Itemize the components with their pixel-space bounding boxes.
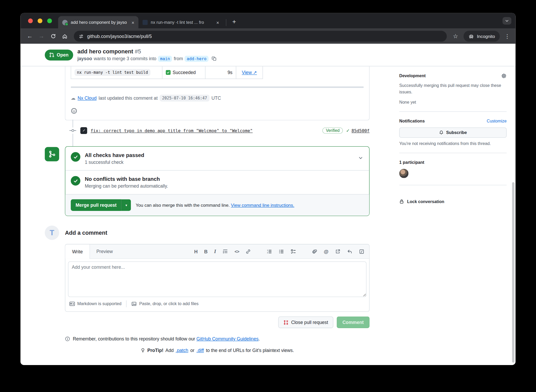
commit-check-icon: ✓ [346, 128, 350, 133]
close-window-button[interactable] [28, 19, 33, 23]
checks-passed-section[interactable]: All checks have passed 1 successful chec… [65, 147, 369, 170]
subscribe-button[interactable]: Subscribe [399, 127, 507, 138]
pr-subtitle-text: wants to merge 3 commits into [94, 56, 156, 61]
page-scrollbar[interactable] [512, 182, 515, 363]
base-branch-chip[interactable]: main [158, 55, 172, 62]
bold-icon[interactable]: B [204, 249, 208, 254]
guidelines-link[interactable]: GitHub Community Guidelines [197, 336, 259, 341]
tab-title: add hero component by jayso [71, 20, 128, 25]
check-status-cell: Succeeded [162, 66, 205, 79]
reload-button[interactable] [48, 31, 58, 41]
attach-file-icon[interactable] [312, 249, 317, 254]
code-icon[interactable]: <> [234, 249, 239, 254]
patch-link[interactable]: .patch [176, 348, 188, 353]
bookmark-star-icon[interactable]: ☆ [453, 33, 458, 40]
close-tab-icon[interactable]: × [216, 20, 220, 25]
commit-row: fix: correct typo in demo app title from… [45, 127, 370, 134]
nx-favicon [143, 20, 148, 25]
cmdline-link[interactable]: View command line instructions. [231, 203, 294, 208]
site-info-icon[interactable] [79, 34, 84, 39]
external-link-icon: ↗ [253, 70, 257, 75]
add-comment-header: T Add a comment [45, 226, 370, 240]
browser-menu-icon[interactable]: ⋮ [505, 33, 510, 40]
participants-section: 1 participant [399, 153, 507, 185]
slash-command-icon[interactable] [359, 249, 364, 254]
italic-icon[interactable]: I [214, 249, 216, 254]
gear-icon[interactable] [501, 73, 507, 79]
cross-reference-icon[interactable] [335, 249, 340, 254]
ordered-list-icon[interactable]: 12 [267, 249, 272, 254]
chevron-down-icon[interactable] [358, 155, 363, 160]
pr-number: #5 [135, 48, 141, 54]
comment-input[interactable] [68, 261, 366, 297]
merge-status-badge [45, 147, 59, 161]
verified-badge[interactable]: Verified [322, 127, 343, 134]
guidelines-note: Remember, contributions to this reposito… [65, 336, 370, 341]
participant-avatar[interactable] [399, 169, 409, 178]
check-circle-icon [71, 152, 80, 162]
comment-button[interactable]: Comment [337, 316, 370, 328]
pr-state-label: Open [57, 52, 69, 58]
url-bar[interactable]: github.com/jaysoo3/acme/pull/5 [74, 31, 447, 42]
add-reaction-button[interactable] [71, 107, 78, 115]
merge-pull-request-button[interactable]: Merge pull request [71, 199, 121, 211]
reply-icon[interactable] [347, 249, 353, 254]
markdown-note[interactable]: Markdown is supported [69, 301, 121, 307]
no-conflicts-title: No conflicts with base branch [85, 176, 168, 182]
copy-icon[interactable] [212, 56, 217, 61]
task-list-icon[interactable] [291, 249, 296, 254]
tab-write[interactable]: Write [65, 244, 90, 259]
closed-pr-icon [283, 320, 288, 325]
incognito-icon [468, 34, 474, 39]
unordered-list-icon[interactable] [279, 249, 284, 254]
development-text: Successfully merging this pull request m… [399, 82, 507, 96]
pr-author[interactable]: jaysoo [77, 56, 92, 61]
lock-section: Lock conversation [399, 185, 507, 211]
meta-text: last updated this comment at [99, 96, 158, 101]
add-comment-title: Add a comment [65, 229, 107, 236]
development-empty: None yet [399, 100, 507, 105]
lock-conversation-button[interactable]: Lock conversation [399, 192, 507, 204]
markdown-divider [71, 86, 364, 88]
git-merge-icon [48, 150, 56, 158]
zoom-window-button[interactable] [47, 19, 52, 23]
forward-button[interactable]: → [36, 31, 46, 41]
pr-title-block: add hero component #5 jaysoo wants to me… [77, 48, 217, 62]
heading-icon[interactable]: H [194, 249, 198, 254]
new-tab-button[interactable]: + [230, 18, 239, 26]
close-tab-icon[interactable]: × [131, 20, 135, 25]
browser-tab-inactive[interactable]: nx run-many -t lint test ... fro × [138, 16, 223, 29]
bot-avatar[interactable] [80, 127, 87, 134]
link-icon[interactable] [245, 249, 251, 254]
check-circle-icon [71, 176, 80, 186]
diff-link[interactable]: .diff [197, 348, 204, 353]
quote-icon[interactable] [222, 249, 228, 254]
close-pull-request-button[interactable]: Close pull request [278, 316, 333, 328]
minimize-window-button[interactable] [38, 19, 42, 23]
tab-search-button[interactable] [502, 17, 511, 25]
check-duration-cell: 9s [205, 66, 236, 79]
cmdline-text: You can also merge this with the command… [136, 203, 230, 208]
nx-cloud-link[interactable]: Nx Cloud [77, 96, 97, 101]
incognito-label: Incognito [477, 34, 495, 39]
home-button[interactable] [59, 31, 70, 41]
github-favicon [62, 20, 68, 25]
markdown-icon [69, 301, 75, 307]
check-duration: 9s [228, 70, 233, 75]
merge-options-caret[interactable]: ▾ [121, 199, 131, 211]
tab-strip: add hero component by jayso × nx run-man… [20, 13, 515, 29]
browser-tab-active[interactable]: add hero component by jayso × [58, 16, 138, 29]
back-button[interactable]: ← [25, 31, 35, 41]
commit-sha-link[interactable]: 85d500f [351, 128, 370, 133]
tab-preview[interactable]: Preview [90, 244, 119, 259]
customize-link[interactable]: Customize [487, 119, 507, 123]
info-icon [65, 336, 70, 341]
paste-files-note[interactable]: Paste, drop, or click to add files [131, 301, 199, 307]
notifications-note: You're not receiving notifications from … [399, 141, 507, 146]
head-branch-chip[interactable]: add-hero [185, 55, 209, 62]
pr-header: Open add hero component #5 jaysoo wants … [20, 44, 515, 66]
commit-message-link[interactable]: fix: correct typo in demo app title from… [91, 128, 318, 133]
commit-icon [69, 127, 76, 134]
view-link[interactable]: View ↗ [242, 70, 257, 75]
mention-icon[interactable]: @ [324, 249, 328, 254]
